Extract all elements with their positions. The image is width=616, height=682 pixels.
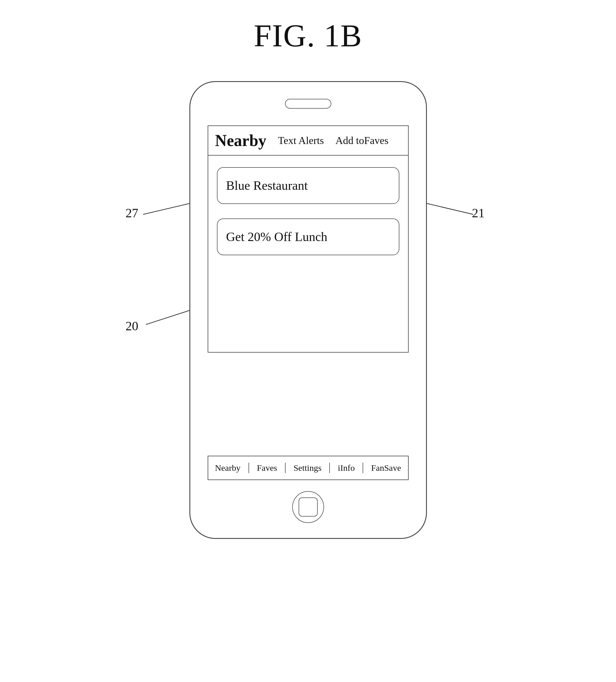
annotation-27: 27 — [126, 206, 138, 221]
home-button[interactable] — [292, 491, 324, 523]
page-title: FIG. 1B — [0, 0, 616, 54]
blue-restaurant-button[interactable]: Blue Restaurant — [217, 167, 399, 204]
tab-iinfo[interactable]: iInfo — [338, 463, 355, 473]
get-discount-button[interactable]: Get 20% Off Lunch — [217, 219, 399, 255]
nav-nearby-label[interactable]: Nearby — [215, 131, 266, 150]
phone-screen: Nearby Text Alerts Add toFaves Blue Rest… — [208, 126, 409, 480]
nav-text-alerts-label[interactable]: Text Alerts — [278, 134, 324, 146]
diagram-container: Nearby Text Alerts Add toFaves Blue Rest… — [189, 81, 427, 574]
tab-settings[interactable]: Settings — [293, 463, 322, 473]
tab-bar: Nearby Faves Settings iInfo FanSave — [208, 456, 409, 480]
annotation-21: 21 — [472, 206, 485, 221]
tab-divider-2 — [285, 463, 286, 473]
phone-body: Nearby Text Alerts Add toFaves Blue Rest… — [189, 81, 427, 539]
nav-add-faves-label[interactable]: Add toFaves — [335, 134, 388, 146]
tab-nearby[interactable]: Nearby — [215, 463, 240, 473]
tab-divider-3 — [329, 463, 330, 473]
tab-divider-1 — [248, 463, 249, 473]
tab-faves[interactable]: Faves — [257, 463, 277, 473]
tab-fansave[interactable]: FanSave — [371, 463, 401, 473]
nav-bar: Nearby Text Alerts Add toFaves — [208, 126, 409, 156]
phone-speaker — [285, 99, 331, 109]
tab-divider-4 — [362, 463, 363, 473]
content-area: Blue Restaurant Get 20% Off Lunch — [208, 156, 409, 353]
home-button-inner — [299, 497, 318, 517]
annotation-20: 20 — [126, 319, 138, 334]
